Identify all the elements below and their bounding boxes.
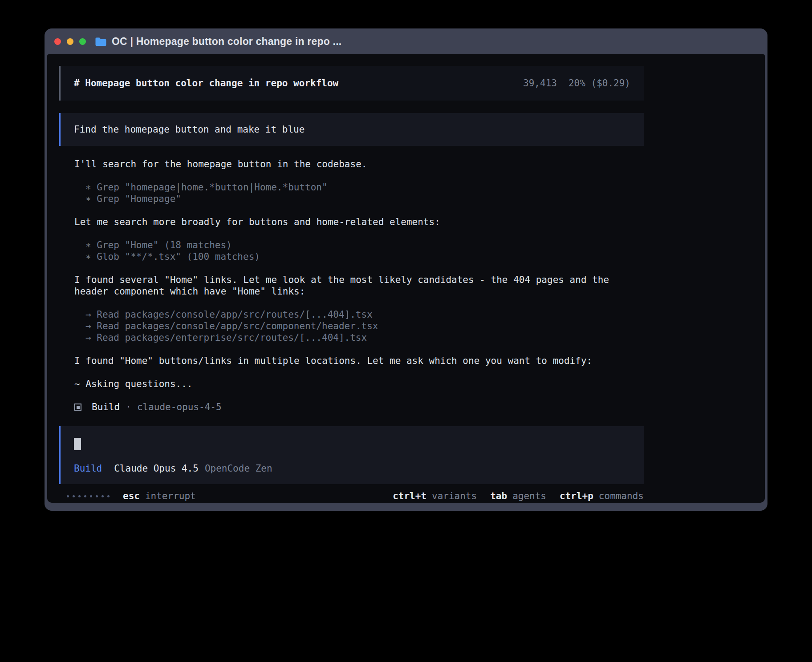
agent-status-line: Build · claude-opus-4-5 (59, 401, 644, 413)
provider-label: OpenCode Zen (205, 463, 272, 474)
tui-column: # Homepage button color change in repo w… (47, 54, 644, 502)
status-message: ~ Asking questions... (74, 378, 644, 390)
status-bar-left: esc interrupt (67, 490, 196, 502)
token-count: 39,413 (523, 77, 557, 89)
agent-icon (74, 404, 81, 411)
tool-call: → Read packages/enterprise/src/routes/[.… (74, 332, 644, 343)
mode-label[interactable]: Build (74, 463, 102, 474)
terminal-window: OC | Homepage button color change in rep… (45, 28, 767, 511)
tool-call: → Read packages/console/app/src/componen… (74, 320, 644, 332)
assistant-message: I found several "Home" links. Let me loo… (74, 274, 644, 297)
terminal-content: # Homepage button color change in repo w… (47, 54, 765, 503)
model-label[interactable]: Claude Opus 4.5 (114, 463, 199, 474)
shortcut-agents: tab agents (490, 490, 546, 502)
agent-name: Build (92, 401, 120, 413)
shortcut-variants: ctrl+t variants (393, 490, 477, 502)
user-message-text: Find the homepage button and make it blu… (74, 124, 304, 135)
tool-call: ∗ Grep "Home" (18 matches) (74, 239, 644, 251)
assistant-message: I found "Home" buttons/links in multiple… (74, 355, 644, 367)
agent-separator: · (126, 401, 131, 413)
window-titlebar[interactable]: OC | Homepage button color change in rep… (45, 28, 767, 54)
tool-call: ∗ Grep "Homepage" (74, 193, 644, 205)
assistant-message: I'll search for the homepage button in t… (74, 158, 644, 170)
tool-call: ∗ Glob "**/*.tsx" (100 matches) (74, 251, 644, 262)
spinner-dots-icon (67, 495, 110, 497)
session-stats: 39,413 20% ($0.29) (523, 77, 630, 89)
minimize-button[interactable] (67, 38, 73, 45)
tool-call: → Read packages/console/app/src/routes/[… (74, 309, 644, 320)
status-bar-right: ctrl+t variants tab agents ctrl+p comman… (393, 490, 644, 502)
agent-model: claude-opus-4-5 (137, 401, 222, 413)
shortcut-commands: ctrl+p commands (560, 490, 644, 502)
input-mode-row: Build Claude Opus 4.5 OpenCode Zen (74, 463, 630, 474)
interrupt-label: interrupt (145, 490, 196, 502)
folder-icon (95, 37, 107, 46)
close-button[interactable] (54, 38, 61, 45)
context-cost: 20% ($0.29) (568, 77, 630, 89)
status-bar: esc interrupt ctrl+t variants tab agents… (59, 490, 644, 502)
session-title: # Homepage button color change in repo w… (74, 77, 338, 89)
window-title: OC | Homepage button color change in rep… (112, 36, 341, 48)
assistant-message: Let me search more broadly for buttons a… (74, 216, 644, 228)
assistant-response: I'll search for the homepage button in t… (59, 158, 644, 390)
prompt-input[interactable]: Build Claude Opus 4.5 OpenCode Zen (59, 426, 644, 484)
session-header: # Homepage button color change in repo w… (59, 66, 644, 101)
interrupt-key: esc (123, 490, 140, 502)
traffic-lights (54, 38, 86, 45)
tool-call: ∗ Grep "homepage|home.*button|Home.*butt… (74, 182, 644, 193)
text-cursor (74, 438, 81, 450)
user-message: Find the homepage button and make it blu… (59, 113, 644, 146)
zoom-button[interactable] (79, 38, 86, 45)
